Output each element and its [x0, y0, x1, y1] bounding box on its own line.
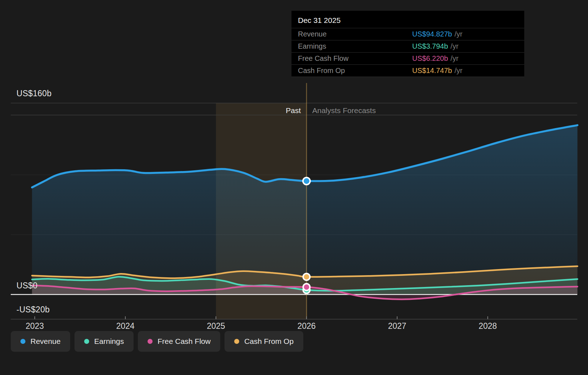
legend-item-cash-from-op[interactable]: Cash From Op: [225, 331, 303, 352]
tooltip-label: Revenue: [298, 30, 412, 38]
tooltip-date: Dec 31 2025: [291, 11, 524, 28]
x-axis-label: 2027: [388, 321, 406, 331]
tooltip-row-earnings: Earnings US$3.794b/yr: [291, 40, 524, 52]
x-axis-label: 2023: [25, 321, 44, 331]
x-axis-labels: 202320242025202620272028: [0, 321, 588, 332]
tooltip-label: Earnings: [298, 42, 412, 50]
hover-tooltip: Dec 31 2025 Revenue US$94.827b/yr Earnin…: [291, 11, 524, 77]
tooltip-suffix: /yr: [450, 54, 458, 62]
tooltip-value: US$94.827b: [412, 30, 452, 38]
earnings-legend-dot-icon: [84, 339, 89, 344]
y-axis-label-zero: US$0: [16, 281, 38, 291]
marker-dot-cash-from-op[interactable]: [303, 273, 310, 280]
x-axis-label: 2025: [207, 321, 225, 331]
y-axis-label-min: -US$20b: [16, 305, 50, 315]
tooltip-suffix: /yr: [454, 30, 462, 38]
legend-item-revenue[interactable]: Revenue: [11, 331, 70, 352]
legend-label: Cash From Op: [244, 337, 294, 346]
tooltip-row-free-cash-flow: Free Cash Flow US$6.220b/yr: [291, 52, 524, 64]
marker-dot-free-cash-flow[interactable]: [303, 284, 310, 291]
tooltip-value: US$6.220b: [412, 54, 448, 62]
tooltip-value: US$14.747b: [412, 67, 452, 74]
x-axis-label: 2024: [116, 321, 134, 331]
legend-label: Earnings: [94, 337, 124, 346]
tooltip-label: Cash From Op: [298, 67, 412, 75]
revenue-legend-dot-icon: [20, 339, 25, 344]
cash-from-op-legend-dot-icon: [234, 339, 239, 344]
tooltip-row-revenue: Revenue US$94.827b/yr: [291, 28, 524, 40]
tooltip-label: Free Cash Flow: [298, 54, 412, 63]
legend-item-free-cash-flow[interactable]: Free Cash Flow: [138, 331, 220, 352]
tooltip-suffix: /yr: [454, 67, 462, 74]
free-cash-flow-legend-dot-icon: [148, 339, 153, 344]
past-label: Past: [247, 106, 301, 115]
tooltip-value: US$3.794b: [412, 42, 448, 50]
tooltip-suffix: /yr: [450, 42, 458, 50]
legend-item-earnings[interactable]: Earnings: [74, 331, 134, 352]
x-axis-label: 2026: [297, 321, 315, 331]
analysts-forecasts-label: Analysts Forecasts: [312, 106, 376, 115]
y-axis-label-max: US$160b: [16, 89, 52, 98]
financials-chart-panel: US$160b US$0 -US$20b Past Analysts Forec…: [0, 0, 588, 375]
x-axis-label: 2028: [478, 321, 497, 331]
marker-dot-revenue[interactable]: [303, 177, 310, 185]
chart-legend: Revenue Earnings Free Cash Flow Cash Fro…: [11, 331, 303, 352]
legend-label: Free Cash Flow: [158, 337, 211, 346]
tooltip-row-cash-from-op: Cash From Op US$14.747b/yr: [291, 64, 524, 77]
legend-label: Revenue: [30, 337, 61, 346]
